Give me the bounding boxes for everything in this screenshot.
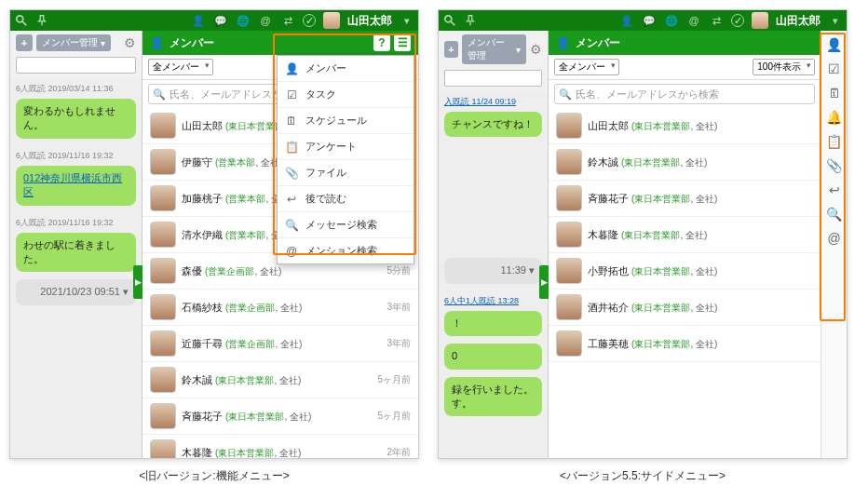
menu-item-label: スケジュール [305,114,367,128]
person-icon[interactable]: 👤 [191,13,206,28]
avatar [150,367,176,393]
person-icon[interactable]: 👤 [619,13,634,28]
menu-item[interactable]: 👤メンバー [278,56,414,81]
member-row[interactable]: 斉藤花子 (東日本営業部, 全社) [549,181,821,217]
member-name: 森優 [182,265,202,276]
menu-item[interactable]: ↩後で読む [278,185,414,211]
help-icon[interactable]: ? [373,34,390,51]
menu-item-label: アンケート [305,140,357,154]
member-time: 2年前 [387,446,411,458]
member-dept: (営業企画部 [225,339,275,349]
panel-collapse-handle[interactable]: ▶ [133,265,142,299]
panel-collapse-handle[interactable]: ▶ [539,265,549,299]
member-row[interactable]: 酒井祐介 (東日本営業部, 全社) [549,290,821,326]
member-row[interactable]: 鈴木誠 (東日本営業部, 全社)5ヶ月前 [142,362,418,398]
status-check-icon: ✓ [731,14,744,27]
member-row[interactable]: 鈴木誠 (東日本営業部, 全社) [549,144,821,181]
menu-item-label: 後で読む [305,192,346,206]
panel-header: 👤 メンバー ? ☰ [142,31,418,55]
mention-icon[interactable]: @ [686,13,701,28]
dropdown-caret-icon[interactable]: ▾ [400,13,414,28]
dropdown-caret-icon[interactable]: ▾ [828,13,843,28]
pin-icon[interactable] [34,13,49,28]
avatar[interactable] [323,12,340,29]
member-row[interactable]: 山田太郎 (東日本営業部, 全社) [549,108,821,144]
member-search-input[interactable]: 🔍 氏名、メールアドレスから検索 [554,84,815,104]
sidebar-search-input[interactable] [16,57,136,74]
member-filter-select[interactable]: 全メンバー [554,59,619,75]
avatar[interactable] [752,12,768,29]
chat-icon[interactable]: 💬 [213,13,228,28]
rail-schedule-icon[interactable]: 🗓 [826,85,843,101]
member-management-button[interactable]: メンバー管理 ▾ [462,34,526,64]
rail-survey-icon[interactable]: 📋 [826,133,843,150]
menu-item[interactable]: 🗓スケジュール [278,107,414,133]
menu-item[interactable]: 📎ファイル [278,159,414,185]
add-button[interactable]: + [444,41,458,58]
rail-mention-icon[interactable]: @ [826,230,843,247]
member-row[interactable]: 木暮隆 (東日本営業部, 全社) [549,217,821,253]
person-icon: 👤 [556,36,570,49]
member-scope: , 全社) [680,157,707,168]
sidebar-search-input[interactable] [444,70,542,87]
gear-icon[interactable]: ⚙ [530,42,542,57]
member-row[interactable]: 木暮隆 (東日本営業部, 全社)2年前 [142,435,418,458]
member-management-button[interactable]: メンバー管理 ▾ [36,34,111,51]
rail-search-icon[interactable]: 🔍 [826,206,843,223]
app-v55: 👤 💬 🌐 @ ⇄ ✓ 山田太郎 ▾ + メンバー管理 ▾ ⚙ 入既読 11/2… [438,9,848,459]
menu-item[interactable]: ☑タスク [278,81,414,107]
menu-item[interactable]: @メンション検索 [278,237,414,263]
member-scope: , 全社) [274,448,301,458]
member-dept: (営業本部 [225,194,265,204]
rail-task-icon[interactable]: ☑ [826,61,843,77]
search-icon[interactable] [442,13,457,28]
rail-file-icon[interactable]: 📎 [826,157,843,174]
swap-icon[interactable]: ⇄ [709,13,724,28]
timestamp-bubble: 2021/10/23 09:51 ▾ [16,279,136,304]
avatar [556,113,582,139]
side-menu-rail: 👤 ☑ 🗓 🔔 📋 📎 ↩ 🔍 @ [821,31,847,458]
member-dept: (東日本営業部 [215,375,274,385]
rail-member-icon[interactable]: 👤 [826,36,843,53]
add-button[interactable]: + [16,34,33,51]
menu-item[interactable]: 🔍メッセージ検索 [278,211,414,237]
member-row[interactable]: 工藤美穂 (東日本営業部, 全社) [549,326,821,362]
search-icon[interactable] [14,13,29,28]
pin-icon[interactable] [463,13,478,28]
menu-item-icon: 👤 [285,62,298,75]
mention-icon[interactable]: @ [258,13,273,28]
member-panel: ▶ 👤 メンバー 全メンバー 100件表示 🔍 氏名、メールアドレスから検索 山… [549,31,821,458]
member-scope: , 全社) [254,266,281,276]
member-list: 山田太郎 (東日本営業部, 全社)鈴木誠 (東日本営業部, 全社)斉藤花子 (東… [549,108,821,458]
menu-list-icon[interactable]: ☰ [394,34,411,51]
globe-icon[interactable]: 🌐 [236,13,251,28]
menu-item-icon: 📎 [285,167,298,180]
page-size-select[interactable]: 100件表示 [753,59,815,75]
read-link[interactable]: 入既読 11/24 09:19 [439,92,548,110]
avatar [150,185,176,211]
globe-icon[interactable]: 🌐 [664,13,679,28]
left-sidebar: + メンバー管理 ▾ ⚙ 6人既読 2019/03/14 11:36 変わるかも… [10,31,142,458]
rail-readlater-icon[interactable]: ↩ [826,182,843,198]
rail-bell-icon[interactable]: 🔔 [826,109,843,126]
member-filter-select[interactable]: 全メンバー [148,59,213,75]
menu-item-icon: ↩ [285,193,298,206]
member-row[interactable]: 石橋紗枝 (営業企画部, 全社)3年前 [142,290,418,326]
gear-icon[interactable]: ⚙ [124,35,136,50]
chat-bubble-link[interactable]: 012神奈川県横浜市西区 [16,166,136,206]
member-name: 鈴木誠 [182,374,212,385]
member-row[interactable]: 小野拓也 (東日本営業部, 全社) [549,253,821,290]
user-name: 山田太郎 [776,13,821,29]
member-dept: (営業本部 [225,230,265,240]
app-old-version: 👤 💬 🌐 @ ⇄ ✓ 山田太郎 ▾ + メンバー管理 ▾ ⚙ 6人既読 201… [9,9,419,459]
member-name: 近藤千尋 [182,338,223,349]
menu-item[interactable]: 📋アンケート [278,133,414,159]
avatar [556,294,582,320]
menu-item-icon: @ [285,245,298,258]
member-row[interactable]: 斉藤花子 (東日本営業部, 全社)5ヶ月前 [142,398,418,435]
swap-icon[interactable]: ⇄ [280,13,295,28]
chat-icon[interactable]: 💬 [642,13,657,28]
member-row[interactable]: 近藤千尋 (営業企画部, 全社)3年前 [142,326,418,362]
member-dept: (東日本営業部 [631,339,690,349]
read-meta: 6人中1人既読 13:28 [439,291,548,309]
